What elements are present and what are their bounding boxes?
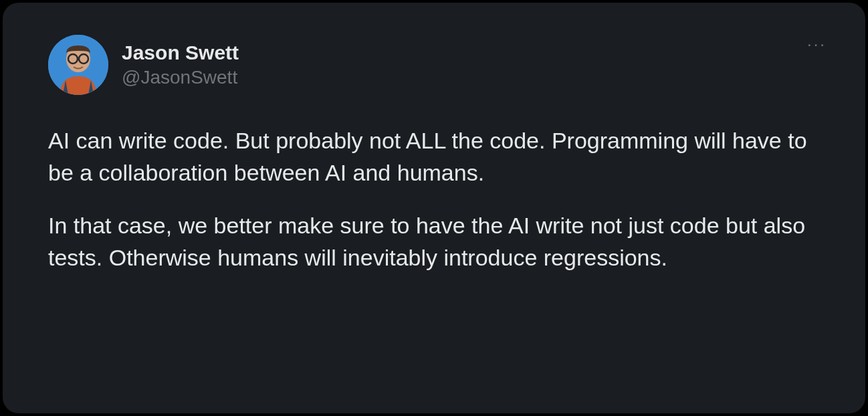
tweet-paragraph: In that case, we better make sure to hav…	[48, 209, 820, 274]
tweet-paragraph: AI can write code. But probably not ALL …	[48, 124, 820, 189]
display-name[interactable]: Jason Swett	[122, 41, 239, 65]
avatar-icon	[48, 35, 108, 95]
user-info: Jason Swett @JasonSwett	[122, 41, 239, 89]
more-options-button[interactable]: ···	[802, 29, 832, 59]
avatar[interactable]	[48, 35, 108, 95]
user-handle[interactable]: @JasonSwett	[122, 66, 239, 89]
tweet-text: AI can write code. But probably not ALL …	[48, 124, 820, 274]
tweet-card: Jason Swett @JasonSwett ··· AI can write…	[3, 3, 865, 413]
tweet-header: Jason Swett @JasonSwett	[48, 35, 820, 95]
more-icon: ···	[807, 35, 827, 53]
